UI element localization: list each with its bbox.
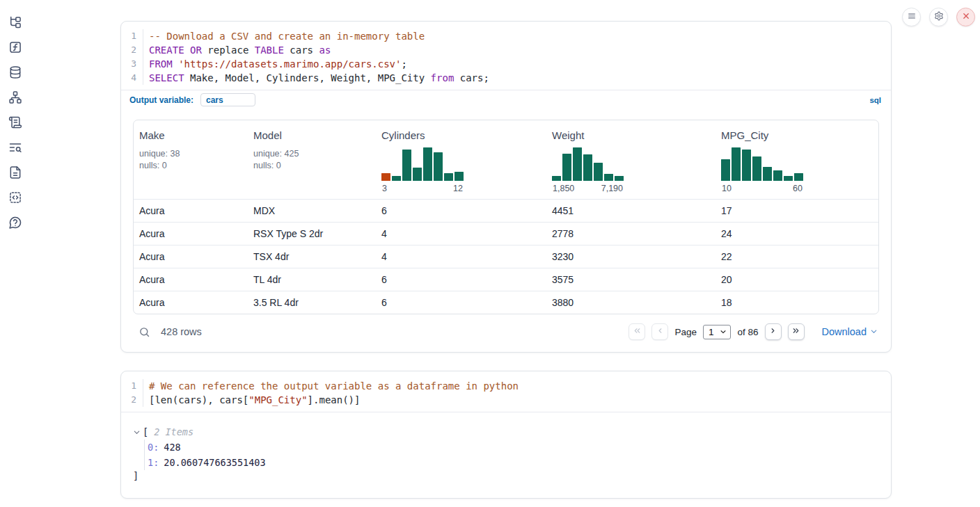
code-text: [len(cars), cars["MPG_City"].mean()] (143, 393, 360, 407)
table-row: AcuraMDX6445117 (134, 199, 878, 222)
code-token: Make, Model, Cylinders, Weight, MPG_City (184, 72, 431, 83)
help-chat-icon[interactable] (8, 216, 22, 230)
column-histogram: 1060 (721, 146, 803, 193)
code-token (184, 45, 190, 56)
line-number: 4 (121, 71, 143, 85)
chevron-right-icon (768, 325, 777, 338)
pagination: Page 1 of 86 Download (629, 323, 878, 340)
table-cell: 3880 (546, 291, 716, 314)
script-scroll-icon[interactable] (8, 115, 22, 129)
datasources-database-icon[interactable] (8, 65, 22, 79)
histogram-axis-labels: 1,8507,190 (552, 184, 624, 193)
histogram-bar (732, 147, 741, 181)
table-cell: MDX (248, 200, 376, 222)
code-text: SELECT Make, Model, Cylinders, Weight, M… (143, 71, 489, 85)
top-toolbar (902, 8, 975, 26)
histogram-axis-labels: 312 (381, 184, 464, 193)
table-cell: 6 (376, 268, 546, 291)
column-header[interactable]: Modelunique: 425nulls: 0 (248, 120, 376, 199)
first-page-button[interactable] (629, 323, 645, 340)
chevrons-left-icon (633, 325, 642, 338)
table-cell: RSX Type S 2dr (248, 223, 376, 245)
column-stat: nulls: 0 (253, 160, 370, 172)
code-token: -- Download a CSV and create an in-memor… (149, 31, 425, 42)
sql-cell: 1-- Download a CSV and create an in-memo… (120, 21, 892, 353)
column-header[interactable]: Cylinders312 (376, 120, 546, 199)
table-cell: Acura (134, 291, 248, 314)
line-number: 1 (121, 29, 143, 43)
code-token: [len(cars), cars[ (149, 394, 248, 405)
code-token: SELECT (149, 72, 184, 83)
axis-min-label: 10 (722, 184, 732, 193)
settings-button[interactable] (929, 8, 948, 26)
chevron-down-icon (870, 326, 878, 337)
code-line: 2[len(cars), cars["MPG_City"].mean()] (121, 393, 891, 407)
histogram-bar (773, 170, 782, 181)
code-line: 3FROM 'https://datasets.marimo.app/cars.… (121, 57, 891, 71)
page-label: Page (674, 327, 697, 337)
scratchpad-function-icon[interactable] (8, 40, 22, 54)
item-value: 20.060747663551403 (164, 457, 265, 468)
snippets-code-icon[interactable] (8, 191, 22, 204)
table-cell: Acura (134, 268, 248, 291)
file-tree-icon[interactable] (8, 15, 22, 29)
items-count: 2 Items (154, 426, 193, 437)
table-cell: 4451 (546, 200, 716, 222)
dependency-graph-icon[interactable] (8, 90, 22, 104)
table-cell: 3.5 RL 4dr (248, 291, 376, 314)
python-code-editor[interactable]: 1# We can reference the output variable … (121, 371, 891, 412)
search-icon[interactable] (139, 326, 150, 338)
column-header[interactable]: MPG_City1060 (716, 120, 878, 199)
code-token: as (319, 45, 331, 56)
histogram-bars (381, 146, 464, 181)
download-button[interactable]: Download (822, 326, 878, 337)
histogram-bar (794, 173, 803, 181)
line-number: 3 (121, 57, 143, 71)
axis-max-label: 12 (453, 184, 463, 193)
column-stats: unique: 425nulls: 0 (253, 148, 370, 171)
table-body: AcuraMDX6445117AcuraRSX Type S 2dr427782… (134, 199, 878, 314)
page-select-value: 1 (709, 327, 714, 337)
histogram-bar (392, 176, 401, 181)
collapse-chevron-icon[interactable] (133, 428, 141, 436)
chevron-down-icon (720, 327, 727, 337)
page-select[interactable]: 1 (703, 325, 732, 339)
table-row: Acura3.5 RL 4dr6388018 (134, 291, 878, 314)
table-cell: 2778 (546, 223, 716, 245)
column-stat: unique: 425 (253, 148, 370, 160)
column-stats: unique: 38nulls: 0 (139, 148, 242, 171)
table-cell: Acura (134, 223, 248, 245)
histogram-bar (444, 173, 453, 181)
tree-items: 0:4281:20.060747663551403 (144, 440, 891, 470)
list-search-icon[interactable] (8, 140, 22, 154)
code-token: # We can reference the output variable a… (149, 380, 519, 392)
sql-code-editor[interactable]: 1-- Download a CSV and create an in-memo… (121, 22, 891, 90)
table-cell: 4 (376, 246, 546, 268)
table-row: AcuraRSX Type S 2dr4277824 (134, 222, 878, 245)
tree-item: 1:20.060747663551403 (148, 455, 891, 470)
data-table: Makeunique: 38nulls: 0Modelunique: 425nu… (133, 120, 879, 314)
column-header[interactable]: Weight1,8507,190 (546, 120, 716, 199)
histogram-bar (573, 147, 582, 181)
shutdown-button[interactable] (956, 8, 975, 26)
column-header[interactable]: Makeunique: 38nulls: 0 (134, 120, 248, 199)
menu-button[interactable] (902, 8, 921, 26)
last-page-button[interactable] (788, 323, 805, 340)
code-line: 1-- Download a CSV and create an in-memo… (121, 29, 891, 43)
histogram-bar (784, 176, 793, 181)
code-token: ].mean()] (308, 394, 361, 405)
prev-page-button[interactable] (651, 323, 668, 340)
histogram-bar (742, 150, 751, 181)
axis-min-label: 3 (382, 184, 387, 193)
code-token: "MPG_City" (248, 394, 307, 405)
table-cell: 6 (376, 200, 546, 222)
column-label: Model (253, 129, 370, 141)
axis-max-label: 7,190 (601, 184, 623, 193)
output-variable-row: Output variable: sql (121, 90, 891, 110)
code-text: CREATE OR replace TABLE cars as (143, 43, 331, 57)
output-variable-input[interactable] (200, 93, 255, 106)
next-page-button[interactable] (765, 323, 782, 340)
documentation-file-icon[interactable] (8, 166, 22, 179)
python-cell: 1# We can reference the output variable … (120, 371, 892, 499)
histogram-bar (423, 147, 432, 181)
